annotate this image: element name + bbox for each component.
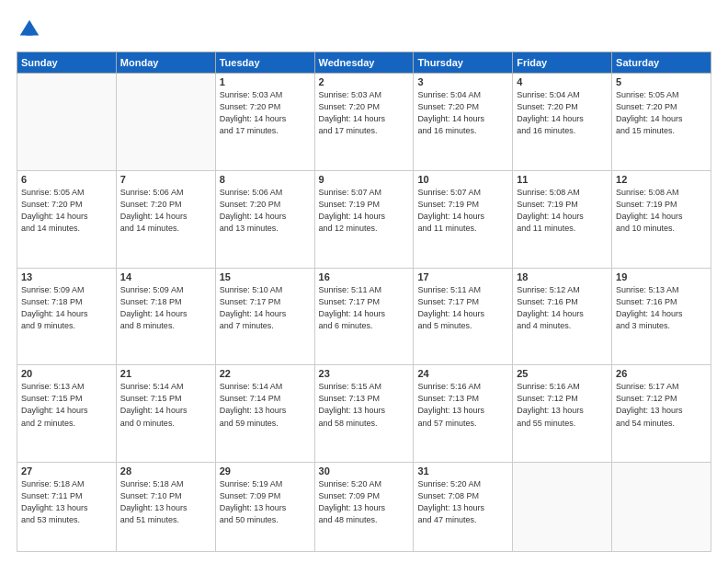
- calendar-cell: [116, 74, 215, 171]
- weekday-header-monday: Monday: [116, 52, 215, 74]
- calendar-cell: 23Sunrise: 5:15 AMSunset: 7:13 PMDayligh…: [314, 365, 414, 463]
- day-number: 19: [616, 271, 707, 282]
- svg-rect-1: [26, 29, 32, 35]
- calendar-cell: [612, 463, 711, 552]
- day-info: Sunrise: 5:16 AMSunset: 7:12 PMDaylight:…: [517, 381, 608, 429]
- calendar-cell: 28Sunrise: 5:18 AMSunset: 7:10 PMDayligh…: [116, 463, 215, 552]
- day-number: 9: [319, 174, 410, 185]
- day-info: Sunrise: 5:04 AMSunset: 7:20 PMDaylight:…: [417, 89, 508, 137]
- weekday-header-row: SundayMondayTuesdayWednesdayThursdayFrid…: [17, 52, 711, 74]
- logo: [17, 17, 46, 42]
- day-info: Sunrise: 5:18 AMSunset: 7:10 PMDaylight:…: [120, 478, 211, 526]
- calendar-cell: 29Sunrise: 5:19 AMSunset: 7:09 PMDayligh…: [215, 463, 314, 552]
- calendar-cell: [17, 74, 117, 171]
- calendar-cell: 6Sunrise: 5:05 AMSunset: 7:20 PMDaylight…: [17, 170, 117, 268]
- calendar-cell: 31Sunrise: 5:20 AMSunset: 7:08 PMDayligh…: [414, 463, 513, 552]
- day-info: Sunrise: 5:17 AMSunset: 7:12 PMDaylight:…: [616, 381, 707, 429]
- day-info: Sunrise: 5:12 AMSunset: 7:16 PMDaylight:…: [517, 284, 608, 332]
- day-info: Sunrise: 5:20 AMSunset: 7:08 PMDaylight:…: [417, 478, 508, 526]
- day-number: 4: [517, 76, 608, 87]
- calendar-cell: 13Sunrise: 5:09 AMSunset: 7:18 PMDayligh…: [17, 268, 117, 365]
- calendar-cell: 4Sunrise: 5:04 AMSunset: 7:20 PMDaylight…: [513, 74, 612, 171]
- day-number: 7: [120, 174, 211, 185]
- calendar-cell: 26Sunrise: 5:17 AMSunset: 7:12 PMDayligh…: [612, 365, 711, 463]
- day-info: Sunrise: 5:20 AMSunset: 7:09 PMDaylight:…: [319, 478, 410, 526]
- day-number: 17: [417, 271, 508, 282]
- calendar-cell: 7Sunrise: 5:06 AMSunset: 7:20 PMDaylight…: [116, 170, 215, 268]
- day-number: 6: [21, 174, 112, 185]
- calendar-week-3: 13Sunrise: 5:09 AMSunset: 7:18 PMDayligh…: [17, 268, 711, 365]
- day-info: Sunrise: 5:03 AMSunset: 7:20 PMDaylight:…: [319, 89, 410, 137]
- weekday-header-friday: Friday: [513, 52, 612, 74]
- calendar-cell: 19Sunrise: 5:13 AMSunset: 7:16 PMDayligh…: [612, 268, 711, 365]
- calendar-cell: 8Sunrise: 5:06 AMSunset: 7:20 PMDaylight…: [215, 170, 314, 268]
- day-number: 31: [417, 465, 508, 477]
- day-info: Sunrise: 5:13 AMSunset: 7:15 PMDaylight:…: [21, 381, 112, 429]
- calendar-cell: 9Sunrise: 5:07 AMSunset: 7:19 PMDaylight…: [314, 170, 414, 268]
- calendar-cell: 14Sunrise: 5:09 AMSunset: 7:18 PMDayligh…: [116, 268, 215, 365]
- day-number: 11: [517, 174, 608, 185]
- day-info: Sunrise: 5:03 AMSunset: 7:20 PMDaylight:…: [220, 89, 311, 137]
- weekday-header-wednesday: Wednesday: [314, 52, 414, 74]
- day-info: Sunrise: 5:09 AMSunset: 7:18 PMDaylight:…: [120, 284, 211, 332]
- day-info: Sunrise: 5:18 AMSunset: 7:11 PMDaylight:…: [21, 478, 112, 526]
- calendar-cell: 17Sunrise: 5:11 AMSunset: 7:17 PMDayligh…: [414, 268, 513, 365]
- calendar-cell: 25Sunrise: 5:16 AMSunset: 7:12 PMDayligh…: [513, 365, 612, 463]
- calendar-cell: 10Sunrise: 5:07 AMSunset: 7:19 PMDayligh…: [414, 170, 513, 268]
- day-number: 26: [616, 368, 707, 379]
- calendar-week-1: 1Sunrise: 5:03 AMSunset: 7:20 PMDaylight…: [17, 74, 711, 171]
- calendar-cell: [513, 463, 612, 552]
- day-number: 8: [220, 174, 311, 185]
- day-number: 5: [616, 76, 707, 87]
- day-number: 16: [319, 271, 410, 282]
- calendar-cell: 12Sunrise: 5:08 AMSunset: 7:19 PMDayligh…: [612, 170, 711, 268]
- weekday-header-sunday: Sunday: [17, 52, 117, 74]
- calendar-week-5: 27Sunrise: 5:18 AMSunset: 7:11 PMDayligh…: [17, 463, 711, 552]
- day-number: 24: [417, 368, 508, 379]
- day-number: 18: [517, 271, 608, 282]
- header: [17, 17, 711, 42]
- day-number: 27: [21, 465, 112, 477]
- day-info: Sunrise: 5:15 AMSunset: 7:13 PMDaylight:…: [319, 381, 410, 429]
- calendar-cell: 11Sunrise: 5:08 AMSunset: 7:19 PMDayligh…: [513, 170, 612, 268]
- day-number: 15: [220, 271, 311, 282]
- weekday-header-tuesday: Tuesday: [215, 52, 314, 74]
- day-number: 28: [120, 465, 211, 477]
- calendar-week-4: 20Sunrise: 5:13 AMSunset: 7:15 PMDayligh…: [17, 365, 711, 463]
- day-info: Sunrise: 5:13 AMSunset: 7:16 PMDaylight:…: [616, 284, 707, 332]
- day-info: Sunrise: 5:16 AMSunset: 7:13 PMDaylight:…: [417, 381, 508, 429]
- day-info: Sunrise: 5:08 AMSunset: 7:19 PMDaylight:…: [616, 187, 707, 235]
- day-info: Sunrise: 5:07 AMSunset: 7:19 PMDaylight:…: [417, 187, 508, 235]
- day-number: 30: [319, 465, 410, 477]
- day-info: Sunrise: 5:05 AMSunset: 7:20 PMDaylight:…: [616, 89, 707, 137]
- day-info: Sunrise: 5:04 AMSunset: 7:20 PMDaylight:…: [517, 89, 608, 137]
- calendar-cell: 3Sunrise: 5:04 AMSunset: 7:20 PMDaylight…: [414, 74, 513, 171]
- day-info: Sunrise: 5:11 AMSunset: 7:17 PMDaylight:…: [319, 284, 410, 332]
- day-info: Sunrise: 5:10 AMSunset: 7:17 PMDaylight:…: [220, 284, 311, 332]
- calendar-table: SundayMondayTuesdayWednesdayThursdayFrid…: [17, 52, 711, 552]
- page: SundayMondayTuesdayWednesdayThursdayFrid…: [0, 0, 728, 563]
- day-number: 2: [319, 76, 410, 87]
- day-info: Sunrise: 5:06 AMSunset: 7:20 PMDaylight:…: [120, 187, 211, 235]
- weekday-header-thursday: Thursday: [414, 52, 513, 74]
- day-info: Sunrise: 5:09 AMSunset: 7:18 PMDaylight:…: [21, 284, 112, 332]
- day-number: 14: [120, 271, 211, 282]
- day-info: Sunrise: 5:14 AMSunset: 7:15 PMDaylight:…: [120, 381, 211, 429]
- weekday-header-saturday: Saturday: [612, 52, 711, 74]
- day-number: 12: [616, 174, 707, 185]
- calendar-cell: 21Sunrise: 5:14 AMSunset: 7:15 PMDayligh…: [116, 365, 215, 463]
- calendar-cell: 5Sunrise: 5:05 AMSunset: 7:20 PMDaylight…: [612, 74, 711, 171]
- logo-icon: [17, 17, 42, 42]
- calendar-cell: 22Sunrise: 5:14 AMSunset: 7:14 PMDayligh…: [215, 365, 314, 463]
- day-number: 21: [120, 368, 211, 379]
- calendar-cell: 2Sunrise: 5:03 AMSunset: 7:20 PMDaylight…: [314, 74, 414, 171]
- day-number: 13: [21, 271, 112, 282]
- day-info: Sunrise: 5:11 AMSunset: 7:17 PMDaylight:…: [417, 284, 508, 332]
- day-number: 10: [417, 174, 508, 185]
- calendar-cell: 30Sunrise: 5:20 AMSunset: 7:09 PMDayligh…: [314, 463, 414, 552]
- day-number: 29: [220, 465, 311, 477]
- calendar-cell: 15Sunrise: 5:10 AMSunset: 7:17 PMDayligh…: [215, 268, 314, 365]
- calendar-cell: 16Sunrise: 5:11 AMSunset: 7:17 PMDayligh…: [314, 268, 414, 365]
- calendar-cell: 1Sunrise: 5:03 AMSunset: 7:20 PMDaylight…: [215, 74, 314, 171]
- day-info: Sunrise: 5:07 AMSunset: 7:19 PMDaylight:…: [319, 187, 410, 235]
